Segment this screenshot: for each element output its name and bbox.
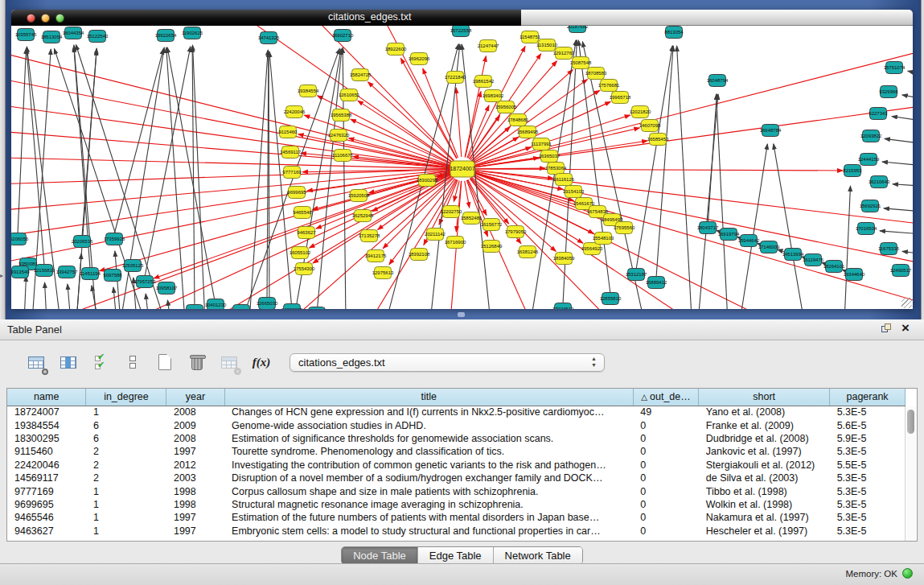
- network-node[interactable]: 10958107: [156, 282, 178, 295]
- network-node[interactable]: 12665030: [257, 298, 278, 310]
- table-cell[interactable]: Dudbridge et al. (2008): [699, 432, 830, 445]
- network-node[interactable]: 19965718: [610, 92, 631, 104]
- table-cell[interactable]: 9699695: [7, 498, 86, 511]
- network-node[interactable]: 16119476: [803, 254, 824, 266]
- table-cell[interactable]: Stergiakouli et al. (2012): [699, 459, 830, 472]
- table-cell[interactable]: Jankovic et al. (1997): [699, 445, 830, 458]
- table-scrollbar-thumb[interactable]: [907, 410, 914, 434]
- table-cell[interactable]: 9463627: [7, 525, 86, 538]
- table-cell[interactable]: Tibbo et al. (1998): [699, 484, 830, 497]
- network-node[interactable]: 11137991: [531, 138, 552, 150]
- network-node[interactable]: 17135278: [359, 230, 380, 242]
- network-node[interactable]: 18922600: [385, 43, 407, 56]
- network-node[interactable]: 11451194: [80, 268, 101, 280]
- column-header-in_degree[interactable]: in_degree: [86, 389, 166, 406]
- network-node[interactable]: 17853064: [545, 163, 567, 175]
- network-node[interactable]: 14607098: [639, 120, 661, 132]
- table-cell[interactable]: Hescheler et al. (1997): [699, 525, 830, 538]
- table-cell[interactable]: 0: [633, 511, 698, 524]
- network-node[interactable]: 9227343: [869, 108, 888, 120]
- network-node[interactable]: 12156819: [34, 265, 55, 277]
- network-edge[interactable]: [880, 231, 913, 235]
- network-canvas[interactable]: 1892260016962096172218401986154216983402…: [11, 26, 913, 309]
- network-node[interactable]: 16156772: [481, 219, 503, 231]
- network-node[interactable]: 15824725: [350, 69, 372, 81]
- network-edge[interactable]: [656, 46, 673, 278]
- network-node[interactable]: 9699695: [287, 187, 306, 199]
- network-node[interactable]: 16983402: [483, 90, 504, 102]
- network-node[interactable]: 15122543: [87, 31, 109, 43]
- column-header-name[interactable]: name: [7, 389, 86, 406]
- network-graph[interactable]: 1892260016962096172218401986154216983402…: [11, 26, 913, 309]
- network-node[interactable]: 12975613: [372, 267, 394, 279]
- network-node[interactable]: 15920508: [348, 190, 370, 202]
- network-node[interactable]: 15751074: [884, 62, 906, 74]
- network-node[interactable]: 11548751: [519, 31, 541, 43]
- network-edge[interactable]: [677, 46, 692, 309]
- network-edge[interactable]: [474, 171, 913, 266]
- tab-edge-table[interactable]: Edge Table: [418, 547, 494, 564]
- network-node[interactable]: 12444159: [858, 154, 880, 166]
- table-row[interactable]: 1872400712008Changes of HCN gene express…: [7, 406, 906, 418]
- network-node[interactable]: 16889412: [646, 277, 667, 289]
- table-row[interactable]: 911546021997Tourette syndrome. Phenomeno…: [7, 445, 906, 458]
- network-edge[interactable]: [893, 184, 913, 187]
- panel-collapse-arrow-icon[interactable]: ▸: [0, 272, 3, 279]
- network-node[interactable]: 20187682: [567, 26, 589, 33]
- network-node[interactable]: 16648784: [760, 125, 782, 137]
- network-edge[interactable]: [76, 253, 81, 309]
- network-node[interactable]: 16902710: [332, 30, 354, 42]
- network-node[interactable]: 9463627: [297, 227, 316, 239]
- network-edge[interactable]: [27, 48, 44, 266]
- network-node[interactable]: 17848681: [507, 114, 529, 126]
- network-node[interactable]: 11902625: [182, 27, 203, 39]
- network-node[interactable]: 16044354: [63, 27, 84, 39]
- table-cell[interactable]: 1997: [166, 445, 224, 458]
- minimize-window-icon[interactable]: [41, 14, 50, 23]
- network-node[interactable]: 9329966: [879, 86, 898, 98]
- network-edge[interactable]: [884, 208, 913, 212]
- network-node[interactable]: 12093822: [860, 130, 882, 142]
- network-edge[interactable]: [774, 144, 804, 309]
- network-edge[interactable]: [241, 48, 339, 309]
- network-node[interactable]: 12476320: [328, 130, 350, 142]
- tab-node-table[interactable]: Node Table: [342, 547, 418, 564]
- table-cell[interactable]: 5.5E-5: [830, 459, 906, 472]
- network-node[interactable]: 17595560: [614, 222, 635, 234]
- table-cell[interactable]: 5.3E-5: [830, 406, 906, 418]
- network-node[interactable]: 16055102: [290, 247, 311, 259]
- table-cell[interactable]: 1998: [166, 484, 224, 497]
- network-node[interactable]: 11315010: [536, 39, 558, 51]
- table-cell[interactable]: 0: [633, 484, 698, 497]
- table-cell[interactable]: 5.6E-5: [830, 418, 906, 431]
- table-cell[interactable]: 19384554: [7, 418, 86, 431]
- network-node[interactable]: 19384554: [298, 85, 319, 97]
- split-pane-grip[interactable]: [458, 312, 465, 317]
- network-node[interactable]: 17979050: [505, 226, 527, 238]
- network-node[interactable]: 22420046: [284, 106, 306, 118]
- table-cell[interactable]: 14569117: [7, 472, 86, 484]
- table-cell[interactable]: 2008: [166, 432, 224, 445]
- table-cell[interactable]: Estimation of significance thresholds fo…: [224, 432, 633, 445]
- table-cell[interactable]: 2008: [166, 406, 224, 418]
- network-node[interactable]: 11675336: [878, 243, 900, 255]
- network-node[interactable]: 18708583: [585, 68, 607, 80]
- network-edge[interactable]: [474, 169, 843, 171]
- table-cell[interactable]: 6: [86, 418, 166, 431]
- network-node[interactable]: 14702039: [281, 304, 303, 310]
- table-cell[interactable]: 0: [633, 498, 698, 511]
- table-cell[interactable]: Structural magnetic resonance image aver…: [224, 498, 633, 511]
- network-node[interactable]: 8813054: [664, 27, 684, 39]
- table-cell[interactable]: Corpus callosum shape and size in male p…: [224, 484, 633, 497]
- float-panel-icon[interactable]: [881, 323, 892, 334]
- column-header-out_de[interactable]: △out_de…: [633, 389, 698, 406]
- network-edge[interactable]: [908, 71, 913, 76]
- table-cell[interactable]: 1: [86, 525, 166, 538]
- tab-network-table[interactable]: Network Table: [494, 547, 582, 564]
- table-cell[interactable]: 5.3E-5: [830, 445, 906, 458]
- network-edge[interactable]: [317, 49, 342, 309]
- network-edge[interactable]: [474, 172, 913, 306]
- network-node[interactable]: 17957253: [134, 276, 156, 288]
- network-node[interactable]: 15548103: [593, 233, 614, 245]
- table-cell[interactable]: Tourette syndrome. Phenomenology and cla…: [224, 445, 633, 458]
